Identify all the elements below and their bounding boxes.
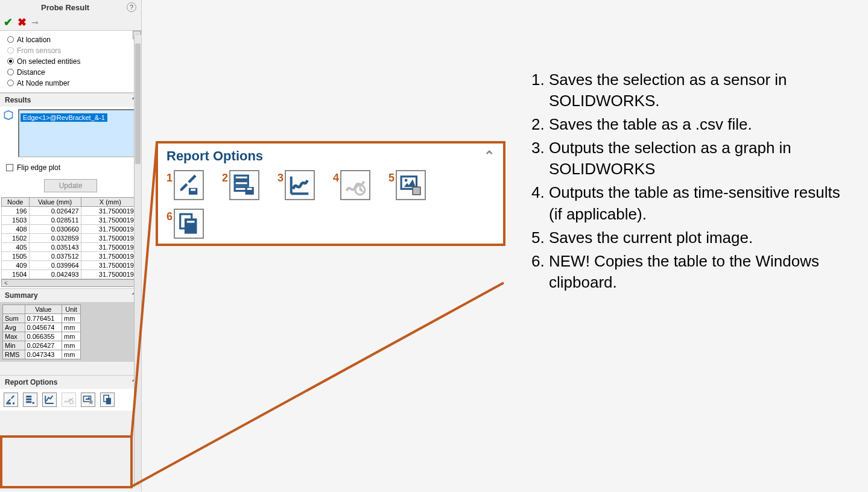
pin-icon[interactable]: ⊸	[31, 17, 39, 27]
callout-number: 4	[333, 170, 339, 183]
radio-on-selected[interactable]: On selected entities	[6, 56, 135, 67]
descriptions-list: Saves the selection as a sensor in SOLID…	[531, 69, 844, 295]
svg-rect-16	[413, 187, 420, 195]
table-row: RMS0.047343mm	[3, 350, 81, 359]
description-item: Outputs the selection as a graph in SOLI…	[549, 137, 844, 180]
update-button[interactable]: Update	[44, 179, 98, 192]
chevron-up-icon: ⌃	[484, 148, 495, 164]
callout-number: 6	[166, 209, 173, 222]
results-selection-box: Edge<1>@RevBracket_&-1	[0, 107, 141, 160]
table-row[interactable]: 4050.03514331.75000191	[2, 243, 140, 252]
action-bar: ✔ ✖ ⊸	[0, 14, 141, 30]
vertical-scrollbar[interactable]: ▾	[134, 35, 141, 487]
save-csv-button-large[interactable]	[229, 170, 259, 200]
summary-header-cell: Unit	[62, 305, 81, 314]
table-header[interactable]: Node	[2, 198, 30, 207]
table-row[interactable]: 15040.04249331.75000191	[2, 270, 140, 279]
summary-header-cell: Value	[25, 305, 62, 314]
response-graph-button	[62, 393, 76, 407]
summary-table: Value Unit Sum0.776451mmAvg0.045674mmMax…	[2, 304, 81, 359]
radio-from-sensors: From sensors	[6, 45, 135, 56]
table-row[interactable]: 15020.03285931.75000191	[2, 234, 140, 243]
description-item: Saves the selection as a sensor in SOLID…	[549, 69, 844, 112]
probe-mode-radio-group: At location From sensors On selected ent…	[6, 34, 135, 89]
table-row[interactable]: 4080.03066031.75000191	[2, 225, 140, 234]
callout-number: 3	[277, 170, 284, 183]
flip-edge-plot-checkbox[interactable]: Flip edge plot	[0, 160, 141, 175]
save-sensor-button-large[interactable]	[174, 170, 204, 200]
save-csv-button[interactable]	[23, 393, 37, 407]
summary-header[interactable]: Summary ⌃	[0, 288, 141, 302]
table-row: Max0.066355mm	[3, 332, 81, 341]
help-icon[interactable]: ?	[127, 2, 136, 12]
panel-title: Probe Result	[41, 3, 89, 12]
callout-number: 5	[388, 170, 394, 183]
copy-clipboard-button-large[interactable]	[174, 209, 204, 239]
table-row: Sum0.776451mm	[3, 314, 81, 323]
save-image-button[interactable]	[81, 393, 95, 407]
description-item: NEW! Copies the table to the Windows cli…	[549, 251, 844, 293]
entity-icon	[2, 109, 14, 121]
results-table-wrap: Node Value (mm) X (mm) 1960.02642731.750…	[0, 196, 141, 288]
description-item: Outputs the table as time-sensitive resu…	[549, 182, 844, 224]
save-sensor-button[interactable]	[4, 393, 18, 407]
report-options-toolbar	[0, 389, 141, 411]
selected-entity[interactable]: Edge<1>@RevBracket_&-1	[21, 113, 107, 122]
checkbox-icon	[6, 164, 13, 171]
radio-distance[interactable]: Distance	[6, 67, 135, 78]
description-item: Saves the table as a .csv file.	[549, 114, 844, 135]
copy-clipboard-button[interactable]	[100, 393, 115, 407]
selection-list[interactable]: Edge<1>@RevBracket_&-1	[18, 109, 139, 157]
callout-number: 1	[166, 170, 173, 183]
horizontal-scrollbar[interactable]: <>	[1, 279, 140, 287]
scroll-down-icon[interactable]: ▾	[135, 479, 142, 487]
table-row: Min0.026427mm	[3, 341, 81, 350]
response-graph-button-large	[340, 170, 370, 200]
radio-at-node[interactable]: At Node number	[6, 78, 135, 89]
summary-header-cell	[3, 305, 25, 314]
svg-point-0	[70, 400, 74, 404]
cancel-icon[interactable]: ✖	[17, 16, 27, 29]
table-row[interactable]: 4090.03996431.75000191	[2, 261, 140, 270]
svg-rect-3	[106, 398, 111, 405]
results-table: Node Value (mm) X (mm) 1960.02642731.750…	[1, 197, 140, 279]
svg-rect-8	[235, 175, 248, 179]
table-header[interactable]: Value (mm)	[29, 198, 81, 207]
table-header[interactable]: X (mm)	[81, 198, 139, 207]
svg-rect-9	[235, 181, 248, 185]
panel-header: Probe Result ?	[0, 0, 141, 14]
plot-graph-button-large[interactable]	[285, 170, 315, 200]
property-manager-panel: Probe Result ? ✔ ✖ ⊸ ▴ At location From …	[0, 0, 142, 491]
description-item: Saves the current plot image.	[549, 227, 844, 248]
ok-icon[interactable]: ✔	[4, 16, 13, 29]
callout-number: 2	[222, 170, 228, 183]
table-row[interactable]: 1960.02642731.75000191	[2, 207, 140, 216]
plot-graph-button[interactable]	[42, 393, 57, 407]
svg-rect-12	[247, 188, 252, 190]
table-row: Avg0.045674mm	[3, 323, 81, 332]
table-row[interactable]: 15030.02851131.75000191	[2, 216, 140, 225]
svg-line-5	[131, 283, 504, 487]
scrollbar-thumb[interactable]	[135, 43, 141, 164]
options-section: ▴ At location From sensors On selected e…	[0, 30, 141, 93]
callout-report-options: Report Options ⌃ 1 2 3 4 5	[156, 141, 505, 246]
table-row[interactable]: 15050.03751231.75000191	[2, 252, 140, 261]
radio-at-location[interactable]: At location	[6, 34, 135, 45]
callout-title: Report Options ⌃	[166, 148, 495, 164]
save-image-button-large[interactable]	[396, 170, 426, 200]
results-header[interactable]: Results ⌃	[0, 93, 141, 107]
svg-rect-7	[191, 189, 195, 191]
svg-point-15	[405, 179, 408, 182]
report-options-header[interactable]: Report Options ⌃	[0, 375, 141, 389]
